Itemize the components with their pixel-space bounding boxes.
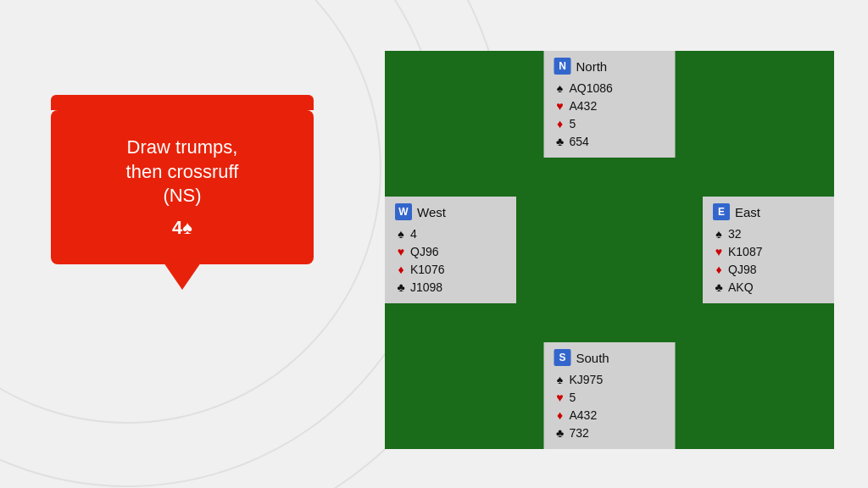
diamond-suit: ♦ <box>554 407 566 424</box>
west-label: West <box>417 205 446 219</box>
west-diamonds: ♦ K1076 <box>395 261 506 279</box>
club-suit: ♣ <box>395 279 407 297</box>
west-badge: W <box>395 203 412 220</box>
speech-bubble-top-bar <box>51 95 314 110</box>
hand-west: W West ♠ 4 ♥ QJ96 ♦ K1076 ♣ J1098 <box>385 197 516 303</box>
heart-suit: ♥ <box>554 97 566 115</box>
north-label: North <box>576 59 608 74</box>
spade-icon: ♠ <box>182 217 192 238</box>
heart-suit: ♥ <box>395 243 407 261</box>
spade-suit: ♠ <box>395 225 407 243</box>
west-hearts: ♥ QJ96 <box>395 243 506 261</box>
bridge-table: N North ♠ AQ1086 ♥ A432 ♦ 5 ♣ 654 W West… <box>385 51 834 449</box>
spade-suit: ♠ <box>554 80 566 97</box>
north-badge: N <box>554 58 571 75</box>
speech-bubble-contract: 4♠ <box>68 217 297 239</box>
hand-south: S South ♠ KJ975 ♥ 5 ♦ A432 ♣ 732 <box>544 342 676 449</box>
east-diamonds: ♦ QJ98 <box>713 261 824 279</box>
heart-suit: ♥ <box>554 389 566 407</box>
north-spades: ♠ AQ1086 <box>554 80 665 97</box>
west-spades: ♠ 4 <box>395 225 506 243</box>
east-label: East <box>735 205 760 219</box>
diamond-suit: ♦ <box>713 261 725 279</box>
east-spades: ♠ 32 <box>713 225 824 243</box>
spade-suit: ♠ <box>713 225 725 243</box>
north-diamonds: ♦ 5 <box>554 115 665 133</box>
south-clubs: ♣ 732 <box>554 424 665 442</box>
east-clubs: ♣ AKQ <box>713 279 824 297</box>
south-label: South <box>576 351 609 365</box>
hand-north: N North ♠ AQ1086 ♥ A432 ♦ 5 ♣ 654 <box>544 51 676 158</box>
east-badge: E <box>713 203 730 220</box>
club-suit: ♣ <box>554 424 566 442</box>
south-badge: S <box>554 349 571 366</box>
west-clubs: ♣ J1098 <box>395 279 506 297</box>
south-diamonds: ♦ A432 <box>554 407 665 424</box>
hand-east: E East ♠ 32 ♥ K1087 ♦ QJ98 ♣ AKQ <box>703 197 834 303</box>
speech-bubble-text: Draw trumps, then crossruff (NS) <box>68 136 297 208</box>
club-suit: ♣ <box>713 279 725 297</box>
diamond-suit: ♦ <box>395 261 407 279</box>
south-hearts: ♥ 5 <box>554 389 665 407</box>
speech-bubble: Draw trumps, then crossruff (NS) 4♠ <box>51 110 314 264</box>
south-spades: ♠ KJ975 <box>554 371 665 389</box>
north-clubs: ♣ 654 <box>554 133 665 151</box>
club-suit: ♣ <box>554 133 566 151</box>
north-hearts: ♥ A432 <box>554 97 665 115</box>
heart-suit: ♥ <box>713 243 725 261</box>
east-hearts: ♥ K1087 <box>713 243 824 261</box>
diamond-suit: ♦ <box>554 115 566 133</box>
spade-suit: ♠ <box>554 371 566 389</box>
